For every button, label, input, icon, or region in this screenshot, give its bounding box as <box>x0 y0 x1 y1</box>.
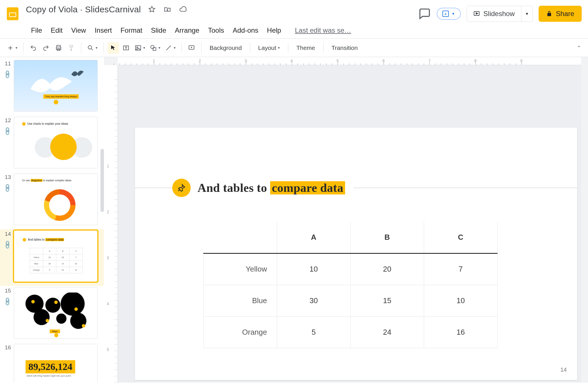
document-title[interactable]: Copy of Viola · SlidesCarnival <box>26 5 141 14</box>
cell[interactable]: 16 <box>424 316 498 348</box>
select-tool[interactable] <box>108 42 119 54</box>
canvas-area: 123456789 12345 And tables to compare da… <box>104 57 588 383</box>
present-icon <box>442 11 449 17</box>
ruler-vertical[interactable]: 12345 <box>104 65 118 383</box>
cell[interactable]: 10 <box>277 253 351 285</box>
slide-thumbnail[interactable]: They say beautiful thing always <box>14 60 98 112</box>
share-label: Share <box>556 10 574 18</box>
row-label[interactable]: Orange <box>204 316 277 348</box>
menu-file[interactable]: File <box>31 26 42 34</box>
speaker-notes-icon: 🔗 <box>2 297 12 307</box>
chevron-down-icon: ▼ <box>452 12 455 16</box>
filmstrip-slide-14[interactable]: 14🔗 And tables to compare data ABCYellow… <box>0 229 104 286</box>
page-number: 14 <box>560 367 567 373</box>
svg-point-10 <box>137 47 138 48</box>
title-text-plain: And tables to <box>198 181 270 194</box>
slide-thumbnail[interactable]: And tables to compare data ABCYellow1020… <box>14 230 98 282</box>
menu-insert[interactable]: Insert <box>95 26 112 34</box>
slide-thumbnail[interactable]: Or use diagrams to explain complex ideas <box>14 174 98 225</box>
menu-view[interactable]: View <box>71 26 86 34</box>
filmstrip-slide-11[interactable]: 11🔗 They say beautiful thing always <box>0 59 104 116</box>
table-head-c[interactable]: C <box>424 222 498 253</box>
cell[interactable]: 24 <box>351 316 424 348</box>
svg-point-11 <box>151 45 154 49</box>
background-button[interactable]: Background <box>206 42 246 54</box>
table-row[interactable]: Orange 5 24 16 <box>204 316 498 348</box>
cloud-status-icon[interactable] <box>178 5 187 14</box>
print-button[interactable] <box>53 42 64 54</box>
insert-shape-button[interactable] <box>148 42 162 54</box>
star-icon[interactable] <box>147 5 156 14</box>
svg-rect-2 <box>10 13 16 16</box>
menu-slide[interactable]: Slide <box>151 26 166 34</box>
table-head-blank <box>204 222 277 253</box>
textbox-tool[interactable] <box>120 42 132 54</box>
share-button[interactable]: Share <box>539 6 582 22</box>
slide-title-row: And tables to compare data <box>135 179 577 197</box>
slideshow-button[interactable]: Slideshow ▼ <box>467 6 533 22</box>
insert-line-button[interactable] <box>163 42 177 54</box>
insert-comment-button[interactable] <box>186 42 197 54</box>
slide[interactable]: And tables to compare data A B C Yellow <box>135 128 577 380</box>
table-head-a[interactable]: A <box>277 222 351 253</box>
slide-title[interactable]: And tables to compare data <box>198 181 345 195</box>
present-to-meeting-button[interactable]: ▼ <box>437 8 461 20</box>
redo-button[interactable] <box>40 42 52 54</box>
filmstrip[interactable]: 11🔗 They say beautiful thing always 12🔗 … <box>0 57 104 383</box>
table-row[interactable]: Yellow 10 20 7 <box>204 253 498 285</box>
cell[interactable]: 20 <box>351 253 424 285</box>
slide-thumbnail[interactable]: 89,526,124 which will bring readers righ… <box>14 344 98 383</box>
filmstrip-slide-12[interactable]: 12🔗 Use charts to explain your ideas <box>0 116 104 172</box>
cell[interactable]: 15 <box>351 285 424 316</box>
open-comments-icon[interactable] <box>418 7 431 20</box>
row-label[interactable]: Yellow <box>204 253 277 285</box>
layout-button[interactable]: Layout <box>254 42 284 54</box>
menu-help[interactable]: Help <box>267 26 281 34</box>
theme-button[interactable]: Theme <box>292 42 319 54</box>
speaker-notes-icon: 🔗 <box>2 183 12 193</box>
new-slide-button[interactable] <box>5 42 19 54</box>
cell[interactable]: 10 <box>424 285 498 316</box>
title-text-highlight: compare data <box>270 181 345 194</box>
zoom-button[interactable] <box>85 42 99 54</box>
slideshow-dropdown[interactable]: ▼ <box>521 6 533 22</box>
cell[interactable]: 30 <box>277 285 351 316</box>
filmstrip-slide-15[interactable]: 15🔗 Maps <box>0 286 104 343</box>
table-row[interactable]: Blue 30 15 10 <box>204 285 498 316</box>
menu-addons[interactable]: Add-ons <box>233 26 258 34</box>
slideshow-label: Slideshow <box>483 10 515 18</box>
filmstrip-slide-13[interactable]: 13🔗 Or use diagrams to explain complex i… <box>0 172 104 229</box>
pin-icon <box>172 179 191 197</box>
speaker-notes-icon: 🔗 <box>2 69 12 79</box>
svg-point-7 <box>88 46 92 49</box>
undo-button[interactable] <box>28 42 39 54</box>
speaker-notes-icon: 🔗 <box>2 240 12 250</box>
filmstrip-slide-16[interactable]: 16 89,526,124 which will bring readers r… <box>0 343 104 383</box>
cell[interactable]: 7 <box>424 253 498 285</box>
move-to-folder-icon[interactable] <box>163 5 172 14</box>
slide-number: 13 <box>2 174 11 180</box>
cell[interactable]: 5 <box>277 316 351 348</box>
speaker-notes-icon: 🔗 <box>2 126 12 136</box>
menu-format[interactable]: Format <box>121 26 142 34</box>
collapse-toolbar-icon[interactable]: ⌃ <box>577 45 581 51</box>
data-table[interactable]: A B C Yellow 10 20 7 Blue 30 <box>203 222 498 348</box>
slide-thumbnail[interactable]: Maps <box>14 287 98 339</box>
slide-number: 14 <box>2 230 11 237</box>
menu-arrange[interactable]: Arrange <box>175 26 199 34</box>
slide-thumbnail[interactable]: Use charts to explain your ideas <box>14 117 98 168</box>
table-head-b[interactable]: B <box>351 222 424 253</box>
menu-edit[interactable]: Edit <box>51 26 63 34</box>
last-edit-label[interactable]: Last edit was se… <box>295 26 351 34</box>
slide-canvas[interactable]: And tables to compare data A B C Yellow <box>118 65 581 383</box>
slide-number: 12 <box>2 117 11 124</box>
transition-button[interactable]: Transition <box>328 42 362 54</box>
slide-number: 16 <box>2 344 11 351</box>
row-label[interactable]: Blue <box>204 285 277 316</box>
ruler-horizontal[interactable]: 123456789 <box>118 57 581 65</box>
app-logo[interactable] <box>4 5 21 22</box>
menu-tools[interactable]: Tools <box>208 26 224 34</box>
paint-format-button[interactable] <box>65 42 77 54</box>
scrollbar-thumb[interactable] <box>100 149 104 212</box>
insert-image-button[interactable] <box>133 42 147 54</box>
